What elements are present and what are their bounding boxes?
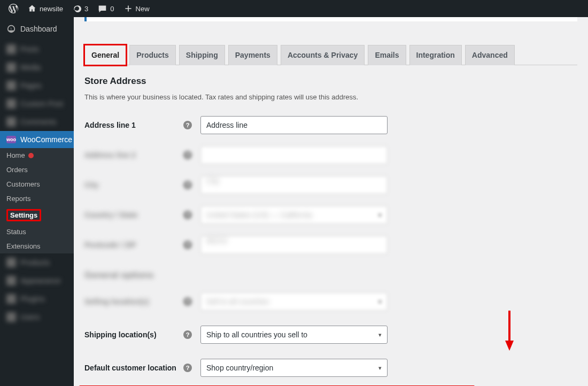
submenu-reports[interactable]: Reports — [0, 191, 74, 206]
menu-blurred[interactable]: Appearance — [0, 272, 74, 290]
input-address1[interactable] — [200, 116, 388, 134]
blur-icon — [6, 44, 16, 54]
blur-icon — [6, 63, 16, 72]
tab-general[interactable]: General — [84, 45, 126, 65]
chevron-down-icon: ▾ — [378, 212, 382, 219]
menu-dashboard[interactable]: Dashboard — [0, 17, 74, 40]
row-shipping-locations: Shipping location(s) ? Ship to all count… — [84, 326, 577, 344]
select-country[interactable]: United States (US) — California ▾ — [200, 206, 388, 224]
wp-logo[interactable] — [4, 0, 22, 17]
menu-woocommerce[interactable]: woo WooCommerce — [0, 131, 74, 148]
tab-payments[interactable]: Payments — [228, 45, 277, 65]
tab-integration[interactable]: Integration — [409, 45, 462, 65]
help-icon[interactable]: ? — [183, 151, 192, 159]
menu-blurred[interactable]: Pages — [0, 76, 74, 95]
label-city: City — [84, 181, 183, 189]
help-icon[interactable]: ? — [183, 241, 192, 249]
row-address-line-2: Address line 2 ? — [84, 146, 577, 164]
label-country: Country / State — [84, 211, 183, 219]
help-icon[interactable]: ? — [183, 181, 192, 189]
submenu-extensions[interactable]: Extensions — [0, 239, 74, 253]
tab-shipping[interactable]: Shipping — [179, 45, 225, 65]
label-shipping-locations: Shipping location(s) — [84, 330, 183, 339]
row-default-customer-location: Default customer location ? Shop country… — [84, 359, 577, 377]
help-icon[interactable]: ? — [183, 364, 192, 372]
comment-count: 0 — [110, 5, 114, 13]
updates-link[interactable]: 3 — [68, 0, 92, 17]
wordpress-icon — [9, 4, 18, 13]
blur-icon — [6, 81, 16, 90]
blur-icon — [6, 117, 16, 127]
input-address2[interactable] — [200, 146, 388, 164]
blur-icon — [6, 99, 16, 109]
submenu-customers[interactable]: Customers — [0, 177, 74, 191]
chevron-down-icon: ▾ — [378, 365, 382, 372]
admin-bar: newsite 3 0 New — [0, 0, 588, 17]
chevron-down-icon: ▾ — [378, 331, 382, 338]
row-city: City ? City — [84, 176, 577, 194]
row-address-line-1: Address line 1 ? — [84, 116, 577, 134]
new-content-link[interactable]: New — [120, 0, 154, 17]
menu-blurred[interactable]: Posts — [0, 40, 74, 58]
menu-blurred[interactable]: Plugins — [0, 290, 74, 308]
tab-emails[interactable]: Emails — [368, 45, 406, 65]
tab-accounts-privacy[interactable]: Accounts & Privacy — [281, 45, 365, 65]
home-icon — [28, 4, 36, 13]
label-address1: Address line 1 — [84, 121, 183, 129]
menu-blurred[interactable]: Users — [0, 308, 74, 326]
dashboard-icon — [6, 24, 16, 34]
update-count: 3 — [84, 5, 88, 13]
submenu-settings[interactable]: Settings — [0, 206, 74, 225]
menu-blurred[interactable]: Custom Post — [0, 95, 74, 113]
notice-banner — [84, 17, 577, 21]
heading-general-options: General options — [84, 270, 183, 281]
site-name-label: newsite — [40, 5, 63, 13]
blur-icon — [6, 258, 16, 267]
submenu-orders[interactable]: Orders — [0, 163, 74, 177]
menu-dashboard-label: Dashboard — [20, 25, 57, 33]
input-city[interactable]: City — [200, 176, 388, 194]
select-default-customer-loc[interactable]: Shop country/region ▾ — [200, 359, 388, 377]
woocommerce-icon: woo — [6, 136, 16, 143]
help-icon[interactable]: ? — [183, 211, 192, 219]
comments-link[interactable]: 0 — [94, 0, 118, 17]
section-title: Store Address — [84, 76, 577, 87]
main-content: GeneralProductsShippingPaymentsAccounts … — [74, 17, 588, 386]
refresh-icon — [73, 4, 81, 13]
new-label: New — [136, 5, 150, 13]
notification-dot-icon — [28, 153, 34, 158]
submenu-status[interactable]: Status — [0, 225, 74, 239]
select-selling-locations[interactable]: Sell to all countries ▾ — [200, 292, 388, 311]
label-postcode: Postcode / ZIP — [84, 241, 183, 249]
woocommerce-submenu: Home Orders Customers Reports Settings S… — [0, 148, 74, 253]
help-icon[interactable]: ? — [183, 121, 192, 129]
label-selling-locations: Selling location(s) — [84, 297, 183, 306]
menu-blurred[interactable]: Media — [0, 58, 74, 76]
help-icon[interactable]: ? — [183, 297, 192, 306]
settings-tabs: GeneralProductsShippingPaymentsAccounts … — [84, 45, 577, 65]
select-shipping-locations[interactable]: Ship to all countries you sell to ▾ — [200, 326, 388, 344]
section-description: This is where your business is located. … — [84, 93, 577, 101]
row-postcode: Postcode / ZIP ? 90210 — [84, 236, 577, 254]
menu-blurred[interactable]: Products — [0, 253, 74, 272]
label-default-customer-loc: Default customer location — [84, 364, 183, 372]
label-address2: Address line 2 — [84, 151, 183, 159]
comment-icon — [98, 4, 107, 13]
row-country: Country / State ? United States (US) — C… — [84, 206, 577, 224]
admin-sidebar: Dashboard PostsMediaPagesCustom PostComm… — [0, 17, 74, 386]
blur-icon — [6, 312, 16, 322]
site-home-link[interactable]: newsite — [24, 0, 67, 17]
help-icon[interactable]: ? — [183, 330, 192, 339]
row-selling-locations: Selling location(s) ? Sell to all countr… — [84, 292, 577, 311]
blur-icon — [6, 276, 16, 285]
menu-woocommerce-label: WooCommerce — [20, 135, 72, 144]
tab-products[interactable]: Products — [129, 45, 176, 65]
tab-advanced[interactable]: Advanced — [465, 45, 515, 65]
chevron-down-icon: ▾ — [378, 298, 382, 305]
blur-icon — [6, 294, 16, 304]
plus-icon — [124, 4, 133, 13]
menu-blurred[interactable]: Comments — [0, 113, 74, 131]
input-postcode[interactable]: 90210 — [200, 236, 388, 254]
row-general-heading: General options — [84, 270, 577, 281]
submenu-home[interactable]: Home — [0, 148, 74, 163]
